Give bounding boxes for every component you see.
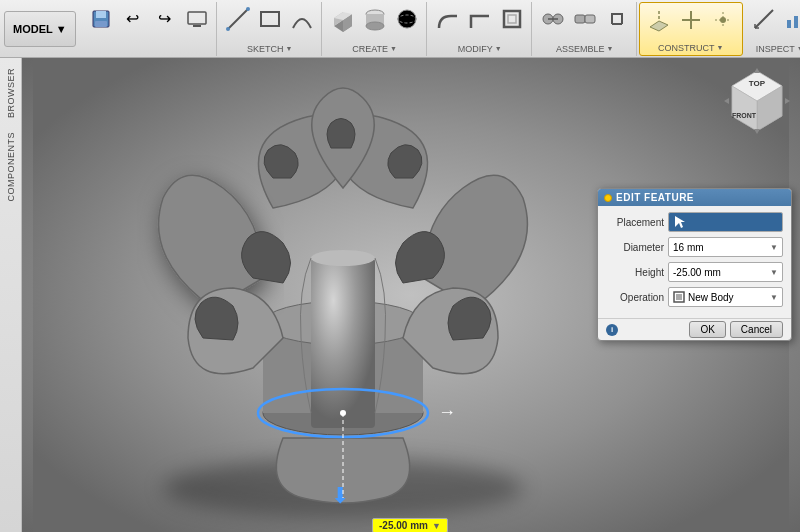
toolbar: MODEL ▼ ↩ ↪ SKETCH (0, 0, 800, 58)
operation-value[interactable]: New Body ▼ (668, 287, 783, 307)
svg-text:⬇: ⬇ (331, 483, 349, 508)
svg-point-11 (366, 22, 384, 30)
inspect-analysis-icon[interactable] (781, 4, 800, 34)
height-row: Height -25.00 mm ▼ (606, 262, 783, 282)
model-dropdown-arrow: ▼ (56, 23, 67, 35)
svg-rect-20 (585, 15, 595, 23)
assemble-rigid-icon[interactable] (602, 4, 632, 34)
height-arrow: ▼ (770, 268, 778, 277)
svg-marker-62 (754, 68, 760, 73)
svg-rect-32 (794, 16, 798, 28)
modify-fillet-icon[interactable] (433, 4, 463, 34)
svg-point-12 (398, 10, 416, 28)
svg-marker-65 (785, 98, 790, 104)
svg-rect-1 (96, 11, 106, 18)
cancel-button[interactable]: Cancel (730, 321, 783, 338)
create-box-icon[interactable] (328, 4, 358, 34)
dimension-label[interactable]: -25.00 mm ▼ (372, 518, 448, 532)
browser-tab[interactable]: BROWSER (4, 62, 18, 124)
toolbar-group-construct: CONSTRUCT ▼ (639, 2, 743, 56)
assemble-motion-icon[interactable] (570, 4, 600, 34)
edit-panel-header[interactable]: EDIT FEATURE (598, 189, 791, 206)
svg-marker-63 (754, 129, 760, 134)
modify-chamfer-icon[interactable] (465, 4, 495, 34)
inspect-group-label[interactable]: INSPECT ▼ (756, 44, 800, 54)
svg-line-5 (228, 9, 248, 29)
toolbar-group-create: CREATE ▼ (324, 2, 427, 56)
svg-line-28 (755, 10, 773, 28)
new-body-icon (673, 291, 685, 303)
operation-label: Operation (606, 292, 664, 303)
info-button[interactable]: i (606, 324, 618, 336)
modify-label: MODIFY (458, 44, 493, 54)
sketch-arc-icon[interactable] (287, 4, 317, 34)
nav-cube[interactable]: TOP FRONT (722, 66, 792, 136)
sketch-group-label[interactable]: SKETCH ▼ (247, 44, 292, 54)
edit-panel-body: Placement Diameter 16 mm ▼ Height (598, 206, 791, 318)
height-label: Height (606, 267, 664, 278)
save-icon[interactable] (86, 4, 116, 34)
height-value[interactable]: -25.00 mm ▼ (668, 262, 783, 282)
construct-arrow: ▼ (716, 44, 723, 51)
svg-rect-49 (311, 258, 375, 428)
create-cyl-icon[interactable] (360, 4, 390, 34)
placement-row: Placement (606, 212, 783, 232)
construct-group-label[interactable]: CONSTRUCT ▼ (658, 43, 723, 53)
placement-cursor (669, 213, 782, 231)
construct-axis-icon[interactable] (676, 5, 706, 35)
redo-icon[interactable]: ↪ (150, 4, 180, 34)
model-button[interactable]: MODEL ▼ (4, 11, 76, 47)
assemble-label: ASSEMBLE (556, 44, 605, 54)
operation-arrow: ▼ (770, 293, 778, 302)
svg-rect-31 (787, 20, 791, 28)
svg-point-7 (246, 7, 250, 11)
svg-rect-19 (575, 15, 585, 23)
diameter-arrow: ▼ (770, 243, 778, 252)
toolbar-group-assemble: ASSEMBLE ▼ (534, 2, 637, 56)
modify-arrow: ▼ (495, 45, 502, 52)
components-tab[interactable]: COMPONENTS (4, 126, 18, 208)
toolbar-group-sketch: SKETCH ▼ (219, 2, 322, 56)
placement-label: Placement (606, 217, 664, 228)
edit-panel-title: EDIT FEATURE (616, 192, 694, 203)
undo-icon[interactable]: ↩ (118, 4, 148, 34)
viewport[interactable]: → ⬇ -25.00 mm ▼ TOP FRONT (22, 58, 800, 532)
svg-rect-14 (504, 11, 520, 27)
placement-value[interactable] (668, 212, 783, 232)
assemble-icons (538, 4, 632, 34)
svg-text:→: → (438, 402, 456, 422)
construct-plane-icon[interactable] (644, 5, 674, 35)
create-group-label[interactable]: CREATE ▼ (352, 44, 397, 54)
diameter-label: Diameter (606, 242, 664, 253)
sketch-line-icon[interactable] (223, 4, 253, 34)
create-sphere-icon[interactable] (392, 4, 422, 34)
svg-text:FRONT: FRONT (732, 112, 757, 119)
inspect-label: INSPECT (756, 44, 795, 54)
modify-group-label[interactable]: MODIFY ▼ (458, 44, 502, 54)
construct-point-icon[interactable] (708, 5, 738, 35)
ok-button[interactable]: OK (689, 321, 725, 338)
svg-rect-4 (193, 25, 201, 27)
inspect-icons (749, 4, 800, 34)
nav-cube-svg: TOP FRONT (722, 66, 792, 136)
inspect-measure-icon[interactable] (749, 4, 779, 34)
assemble-joint-icon[interactable] (538, 4, 568, 34)
modify-shell-icon[interactable] (497, 4, 527, 34)
svg-rect-8 (261, 12, 279, 26)
diameter-value[interactable]: 16 mm ▼ (668, 237, 783, 257)
model-label: MODEL (13, 23, 53, 35)
dimension-dropdown[interactable]: ▼ (432, 521, 441, 531)
svg-point-50 (311, 250, 375, 266)
construct-label: CONSTRUCT (658, 43, 715, 53)
dimension-value: -25.00 mm (379, 520, 428, 531)
sketch-rect-icon[interactable] (255, 4, 285, 34)
panel-footer: OK Cancel (689, 321, 783, 338)
assemble-group-label[interactable]: ASSEMBLE ▼ (556, 44, 613, 54)
svg-rect-68 (676, 294, 682, 300)
sketch-label: SKETCH (247, 44, 284, 54)
svg-text:TOP: TOP (749, 79, 766, 88)
toolbar-group-inspect: INSPECT ▼ (745, 2, 800, 56)
left-sidebar: BROWSER COMPONENTS (0, 58, 22, 532)
display-icon[interactable] (182, 4, 212, 34)
toolbar-group-main: ↩ ↪ (82, 2, 217, 56)
